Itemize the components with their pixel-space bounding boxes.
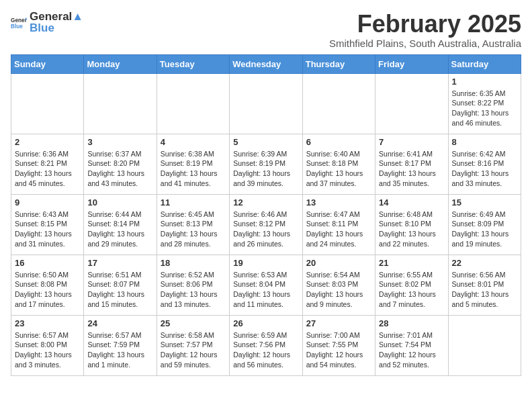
day-number: 18 [161,258,226,268]
calendar-cell: 1Sunrise: 6:35 AM Sunset: 8:22 PM Daylig… [448,73,521,134]
header: General Blue General▲ Blue February 2025… [11,11,521,49]
day-info: Sunrise: 6:40 AM Sunset: 8:18 PM Dayligh… [306,149,371,189]
title-area: February 2025 Smithfield Plains, South A… [329,11,521,49]
day-number: 3 [87,137,152,147]
calendar-cell [375,73,448,134]
day-info: Sunrise: 6:44 AM Sunset: 8:14 PM Dayligh… [87,210,152,249]
calendar-cell: 9Sunrise: 6:43 AM Sunset: 8:15 PM Daylig… [11,194,84,255]
day-number: 15 [452,197,517,208]
calendar-cell: 25Sunrise: 6:58 AM Sunset: 7:57 PM Dayli… [157,315,229,375]
calendar-cell: 16Sunrise: 6:50 AM Sunset: 8:08 PM Dayli… [11,255,84,315]
month-title: February 2025 [329,11,521,38]
day-number: 16 [15,258,80,268]
day-number: 7 [379,137,444,147]
day-info: Sunrise: 6:54 AM Sunset: 8:03 PM Dayligh… [306,270,371,310]
calendar-cell: 2Sunrise: 6:36 AM Sunset: 8:21 PM Daylig… [11,134,84,194]
calendar-cell: 19Sunrise: 6:53 AM Sunset: 8:04 PM Dayli… [230,255,302,315]
day-number: 19 [233,258,298,268]
col-header-thursday: Thursday [302,54,375,73]
day-info: Sunrise: 6:52 AM Sunset: 8:06 PM Dayligh… [161,270,226,310]
day-number: 6 [306,137,371,147]
calendar-cell: 5Sunrise: 6:39 AM Sunset: 8:19 PM Daylig… [230,134,302,194]
day-info: Sunrise: 6:57 AM Sunset: 8:00 PM Dayligh… [15,330,80,370]
day-info: Sunrise: 6:59 AM Sunset: 7:56 PM Dayligh… [233,330,298,370]
calendar-cell: 26Sunrise: 6:59 AM Sunset: 7:56 PM Dayli… [230,315,302,375]
day-number: 14 [379,197,444,208]
calendar-cell: 4Sunrise: 6:38 AM Sunset: 8:19 PM Daylig… [157,134,229,194]
location-subtitle: Smithfield Plains, South Australia, Aust… [329,38,521,49]
calendar-cell: 12Sunrise: 6:46 AM Sunset: 8:12 PM Dayli… [230,194,302,255]
day-info: Sunrise: 6:38 AM Sunset: 8:19 PM Dayligh… [161,149,226,189]
calendar-cell: 22Sunrise: 6:56 AM Sunset: 8:01 PM Dayli… [448,255,521,315]
day-number: 25 [161,318,226,328]
logo: General Blue General▲ Blue [11,11,83,34]
day-number: 23 [15,318,80,328]
calendar-cell: 23Sunrise: 6:57 AM Sunset: 8:00 PM Dayli… [11,315,84,375]
calendar-cell: 8Sunrise: 6:42 AM Sunset: 8:16 PM Daylig… [448,134,521,194]
calendar-table: SundayMondayTuesdayWednesdayThursdayFrid… [11,54,521,376]
calendar-week-5: 23Sunrise: 6:57 AM Sunset: 8:00 PM Dayli… [11,315,521,375]
day-number: 10 [87,197,152,208]
day-info: Sunrise: 6:37 AM Sunset: 8:20 PM Dayligh… [87,149,152,189]
day-info: Sunrise: 6:39 AM Sunset: 8:19 PM Dayligh… [233,149,298,189]
col-header-saturday: Saturday [448,54,521,73]
day-number: 27 [306,318,371,328]
calendar-cell [448,315,521,375]
calendar-cell: 11Sunrise: 6:45 AM Sunset: 8:13 PM Dayli… [157,194,229,255]
calendar-cell: 28Sunrise: 7:01 AM Sunset: 7:54 PM Dayli… [375,315,448,375]
calendar-cell: 7Sunrise: 6:41 AM Sunset: 8:17 PM Daylig… [375,134,448,194]
calendar-cell: 6Sunrise: 6:40 AM Sunset: 8:18 PM Daylig… [302,134,375,194]
day-number: 1 [452,77,517,87]
day-info: Sunrise: 6:35 AM Sunset: 8:22 PM Dayligh… [452,89,517,128]
calendar-cell: 24Sunrise: 6:57 AM Sunset: 7:59 PM Dayli… [84,315,157,375]
day-info: Sunrise: 6:57 AM Sunset: 7:59 PM Dayligh… [87,330,152,370]
day-info: Sunrise: 6:58 AM Sunset: 7:57 PM Dayligh… [161,330,226,370]
calendar-cell [302,73,375,134]
logo-blue-label: Blue [30,22,83,35]
day-number: 28 [379,318,444,328]
calendar-cell: 27Sunrise: 7:00 AM Sunset: 7:55 PM Dayli… [302,315,375,375]
day-info: Sunrise: 6:43 AM Sunset: 8:15 PM Dayligh… [15,210,80,249]
calendar-cell: 3Sunrise: 6:37 AM Sunset: 8:20 PM Daylig… [84,134,157,194]
col-header-sunday: Sunday [11,54,84,73]
logo-icon: General Blue [11,15,27,31]
col-header-wednesday: Wednesday [230,54,302,73]
day-info: Sunrise: 7:00 AM Sunset: 7:55 PM Dayligh… [306,330,371,370]
col-header-tuesday: Tuesday [157,54,229,73]
day-info: Sunrise: 6:53 AM Sunset: 8:04 PM Dayligh… [233,270,298,310]
day-info: Sunrise: 6:55 AM Sunset: 8:02 PM Dayligh… [379,270,444,310]
day-number: 22 [452,258,517,268]
logo-blue-text: ▲ [72,10,83,23]
day-info: Sunrise: 6:47 AM Sunset: 8:11 PM Dayligh… [306,210,371,249]
calendar-header-row: SundayMondayTuesdayWednesdayThursdayFrid… [11,54,521,73]
day-info: Sunrise: 6:46 AM Sunset: 8:12 PM Dayligh… [233,210,298,249]
day-info: Sunrise: 6:42 AM Sunset: 8:16 PM Dayligh… [452,149,517,189]
day-number: 21 [379,258,444,268]
day-number: 4 [161,137,226,147]
day-number: 24 [87,318,152,328]
calendar-week-4: 16Sunrise: 6:50 AM Sunset: 8:08 PM Dayli… [11,255,521,315]
day-number: 2 [15,137,80,147]
calendar-cell: 13Sunrise: 6:47 AM Sunset: 8:11 PM Dayli… [302,194,375,255]
day-number: 11 [161,197,226,208]
calendar-cell: 14Sunrise: 6:48 AM Sunset: 8:10 PM Dayli… [375,194,448,255]
day-info: Sunrise: 6:49 AM Sunset: 8:09 PM Dayligh… [452,210,517,249]
day-number: 26 [233,318,298,328]
calendar-cell: 18Sunrise: 6:52 AM Sunset: 8:06 PM Dayli… [157,255,229,315]
day-number: 12 [233,197,298,208]
calendar-cell: 21Sunrise: 6:55 AM Sunset: 8:02 PM Dayli… [375,255,448,315]
svg-text:General: General [11,17,27,23]
svg-text:Blue: Blue [11,23,23,29]
col-header-friday: Friday [375,54,448,73]
day-number: 17 [87,258,152,268]
day-number: 8 [452,137,517,147]
calendar-cell [230,73,302,134]
calendar-cell: 20Sunrise: 6:54 AM Sunset: 8:03 PM Dayli… [302,255,375,315]
day-number: 5 [233,137,298,147]
day-info: Sunrise: 7:01 AM Sunset: 7:54 PM Dayligh… [379,330,444,370]
day-info: Sunrise: 6:45 AM Sunset: 8:13 PM Dayligh… [161,210,226,249]
day-info: Sunrise: 6:36 AM Sunset: 8:21 PM Dayligh… [15,149,80,189]
calendar-week-1: 1Sunrise: 6:35 AM Sunset: 8:22 PM Daylig… [11,73,521,134]
calendar-cell [84,73,157,134]
day-number: 9 [15,197,80,208]
